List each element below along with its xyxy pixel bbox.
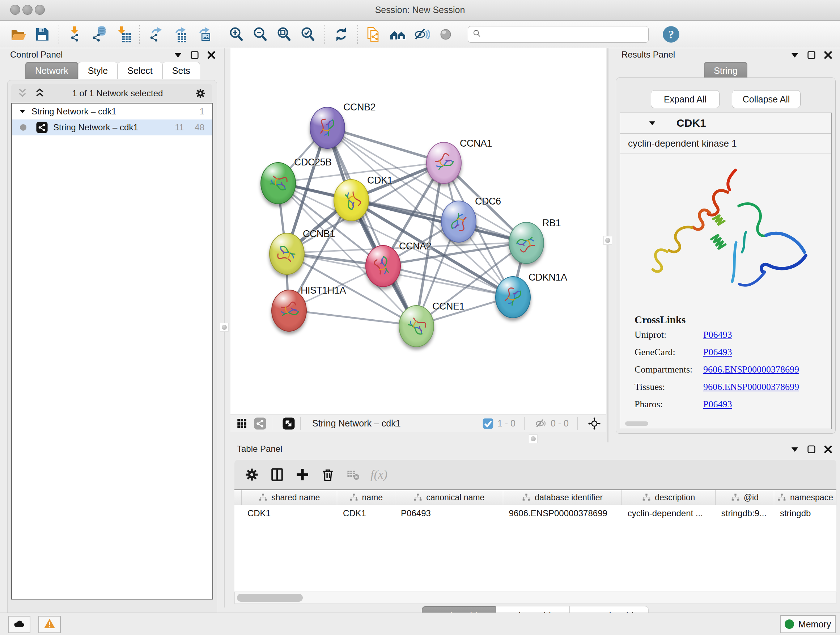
trash-button[interactable] [320,467,336,483]
network-node-cdkn1a[interactable] [495,276,531,318]
show-details-button[interactable] [436,25,455,44]
function-builder-button[interactable]: f(x) [370,468,387,481]
right-splitter-handle[interactable] [603,236,612,245]
network-node-rb1[interactable] [508,222,544,264]
expand-all-button[interactable]: Expand All [651,90,720,108]
columns-button[interactable] [269,467,285,483]
collapse-all-button[interactable]: Collapse All [732,90,801,108]
crosslink-link[interactable]: 9606.ENSP00000378699 [703,364,799,375]
collection-caret-icon[interactable] [19,108,27,116]
tab-style[interactable]: Style [78,62,118,79]
crosslink-link[interactable]: P06493 [703,347,732,358]
cell[interactable]: CDK1 [337,505,395,522]
collapse-all-networks-icon[interactable] [34,87,46,100]
zoom-fit-button[interactable] [275,25,294,44]
tab-network[interactable]: Network [25,62,78,79]
network-node-cdc25b[interactable] [261,162,296,204]
selected-nodes-checkbox-icon[interactable] [482,417,494,430]
zoom-selected-button[interactable] [298,25,318,44]
import-database-button[interactable] [89,25,109,44]
save-session-button[interactable] [33,25,52,44]
cell[interactable]: stringdb [774,505,836,522]
bottom-splitter-handle[interactable] [529,434,538,443]
left-splitter-handle[interactable] [220,323,229,332]
network-label: String Network – cdk1 [53,122,138,133]
network-node-ccna1[interactable] [426,142,462,184]
crosslink-link[interactable]: P06493 [703,399,732,410]
tab-select[interactable]: Select [118,62,162,79]
float-panel-icon[interactable] [806,444,817,455]
crosslink-link[interactable]: P06493 [703,329,732,340]
panel-menu-icon[interactable] [789,444,800,455]
network-options-gear-icon[interactable] [194,87,207,100]
hide-details-button[interactable] [412,25,431,44]
add-button[interactable] [294,467,310,483]
gene-card-header[interactable]: CDK1 [620,113,831,134]
export-table-button[interactable] [170,25,189,44]
column-header-shared-name[interactable]: shared name [242,490,337,505]
network-view-icon[interactable] [254,417,267,430]
grid-view-icon[interactable] [235,417,248,430]
results-scrollbar-thumb[interactable] [625,421,648,426]
network-canvas[interactable]: CCNB2CCNA1CDC25BCDK1CDC6RB1CCNB1CCNA2CDK… [231,48,606,432]
close-panel-icon[interactable] [823,50,834,60]
import-table-button[interactable] [113,25,133,44]
network-node-cdk1[interactable] [333,179,369,221]
network-collection-row[interactable]: String Network – cdk1 1 [12,103,212,119]
table-row[interactable]: CDK1CDK1P064939606.ENSP00000378699cyclin… [234,505,836,522]
close-panel-icon[interactable] [206,50,217,60]
cell[interactable]: CDK1 [242,505,337,522]
search-box[interactable] [468,26,649,43]
gear-black-button[interactable] [244,467,260,483]
network-node-ccna2[interactable] [365,245,401,287]
gene-collapse-icon[interactable] [647,119,657,128]
zoom-out-button[interactable] [251,25,270,44]
zoom-in-button[interactable] [227,25,246,44]
float-panel-icon[interactable] [189,50,200,60]
cell[interactable]: P06493 [395,505,503,522]
refresh-button[interactable] [332,25,351,44]
cloud-button[interactable] [8,616,30,633]
network-node-cdc6[interactable] [441,201,477,242]
column-header-name[interactable]: name [337,490,395,505]
delete-table-button[interactable] [345,467,361,483]
cell[interactable]: 9606.ENSP00000378699 [503,505,622,522]
panel-menu-icon[interactable] [789,50,800,60]
search-input[interactable] [483,27,648,42]
column-header--id[interactable]: @id [715,490,774,505]
tab-string[interactable]: String [704,62,747,79]
tab-sets[interactable]: Sets [163,62,200,79]
import-network-button[interactable] [65,25,85,44]
network-row-selected[interactable]: String Network – cdk1 11 48 [12,119,212,135]
table-horizontal-scrollbar[interactable] [234,592,836,604]
detach-view-icon[interactable] [282,417,295,430]
open-session-button[interactable] [9,25,28,44]
column-header-canonical-name[interactable]: canonical name [395,490,503,505]
scrollbar-thumb[interactable] [237,594,303,602]
column-header-description[interactable]: description [622,490,715,505]
cell[interactable]: stringdb:9... [715,505,774,522]
export-image-button[interactable] [194,25,213,44]
float-panel-icon[interactable] [806,50,817,60]
network-node-ccnb2[interactable] [309,107,345,149]
column-header-database-identifier[interactable]: database identifier [503,490,622,505]
crosslink-link[interactable]: 9606.ENSP00000378699 [703,382,799,393]
network-node-ccne1[interactable] [399,305,434,347]
cell[interactable]: cyclin-dependent ... [622,505,715,522]
memory-button[interactable]: Memory [780,615,836,633]
network-node-ccnb1[interactable] [269,233,305,275]
expand-all-networks-icon[interactable] [16,87,28,100]
share-document-button[interactable] [364,25,384,44]
close-panel-icon[interactable] [823,444,834,455]
string-network-icon [36,121,48,134]
crosslink-row: Uniprot:P06493 [635,329,831,340]
panel-menu-icon[interactable] [172,50,183,60]
first-neighbors-button[interactable] [388,25,408,44]
help-button[interactable]: ? [662,25,681,44]
hidden-elements-icon[interactable] [535,417,548,430]
export-network-button[interactable] [146,25,166,44]
fit-selected-crosshair-icon[interactable] [588,417,601,430]
warnings-button[interactable] [38,616,61,633]
right-splitter[interactable] [607,48,608,442]
column-header-namespace[interactable]: namespace [774,490,836,505]
